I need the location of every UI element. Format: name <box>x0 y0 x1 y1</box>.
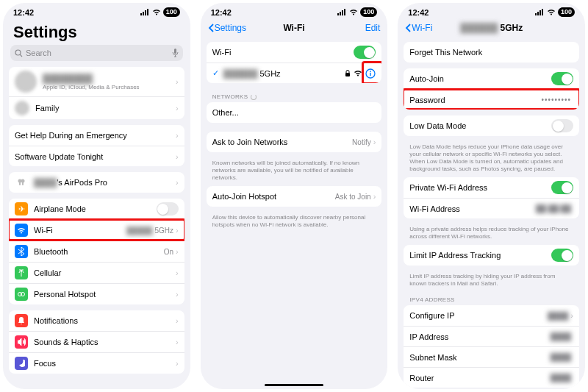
low-data-note: Low Data Mode helps reduce your iPhone d… <box>404 142 579 177</box>
svg-rect-18 <box>344 9 345 15</box>
bluetooth-icon <box>18 247 24 256</box>
status-bar: 12:42 100 <box>201 3 388 18</box>
wifi-status-icon <box>547 9 556 15</box>
chevron-right-icon: › <box>176 316 179 325</box>
status-bar: 12:42 100 <box>398 3 585 18</box>
svg-rect-1 <box>143 12 144 15</box>
auto-join-hotspot-row[interactable]: Auto-Join Hotspot Ask to Join › <box>207 186 382 207</box>
chevron-right-icon: › <box>570 311 573 320</box>
mic-icon[interactable] <box>172 49 179 57</box>
cellular-row[interactable]: Cellular › <box>9 262 184 283</box>
password-row[interactable]: Password ••••••••• <box>404 89 579 110</box>
private-wifi-toggle[interactable] <box>551 181 573 194</box>
checkmark-icon: ✓ <box>212 68 219 78</box>
signal-icon <box>535 9 545 15</box>
subnet-mask-row[interactable]: Subnet Mask ████ <box>404 346 579 367</box>
search-placeholder: Search <box>26 49 51 57</box>
family-row[interactable]: Family › <box>9 96 184 119</box>
focus-row[interactable]: Focus › <box>9 352 184 374</box>
wifi-master-row[interactable]: Wi-Fi <box>207 42 382 63</box>
status-time: 12:42 <box>408 8 429 17</box>
wifi-icon <box>17 227 26 234</box>
svg-rect-17 <box>342 10 343 15</box>
search-icon <box>15 49 23 57</box>
limit-ip-toggle[interactable] <box>551 249 573 262</box>
bell-icon <box>18 317 25 325</box>
lock-icon <box>345 70 351 77</box>
info-icon[interactable] <box>365 68 376 79</box>
chevron-right-icon: › <box>176 226 179 235</box>
battery-icon: 100 <box>360 7 377 17</box>
chevron-right-icon: › <box>176 359 179 368</box>
apple-id-row[interactable]: ████████ Apple ID, iCloud, Media & Purch… <box>9 67 184 96</box>
chevron-right-icon: › <box>176 104 179 113</box>
svg-line-5 <box>20 54 22 57</box>
ip-address-row[interactable]: IP Address ████ <box>404 326 579 346</box>
hotspot-icon <box>17 291 26 297</box>
svg-rect-19 <box>345 73 350 76</box>
sounds-row[interactable]: Sounds & Haptics › <box>9 331 184 352</box>
notifications-row[interactable]: Notifications › <box>9 310 184 331</box>
airplane-mode-row[interactable]: ✈︎ Airplane Mode <box>9 199 184 219</box>
cellular-icon <box>17 269 26 277</box>
bluetooth-row[interactable]: Bluetooth On › <box>9 240 184 262</box>
home-indicator[interactable] <box>265 384 323 386</box>
signal-icon <box>140 9 150 15</box>
wifi-address-row[interactable]: Wi-Fi Address ██:██:██ <box>404 198 579 218</box>
speaker-icon <box>18 338 26 346</box>
wifi-list-screen: 12:42 100 Settings Wi-Fi Edit Wi-Fi ✓ ██… <box>201 3 388 389</box>
ask-to-join-row[interactable]: Ask to Join Networks Notify › <box>207 132 382 152</box>
private-wifi-row[interactable]: Private Wi-Fi Address <box>404 177 579 198</box>
chevron-right-icon: › <box>176 247 179 256</box>
back-button[interactable]: Settings <box>208 23 246 33</box>
low-data-mode-row[interactable]: Low Data Mode <box>404 115 579 136</box>
chevron-right-icon: › <box>176 338 179 346</box>
chevron-right-icon: › <box>176 77 179 86</box>
page-title: Settings <box>9 18 184 45</box>
other-network-row[interactable]: Other... <box>207 102 382 123</box>
avatar <box>15 71 37 93</box>
forget-network-row[interactable]: Forget This Network <box>404 42 579 63</box>
airplane-toggle[interactable] <box>157 202 179 215</box>
svg-rect-3 <box>147 9 148 15</box>
airpods-row[interactable]: ████'s AirPods Pro › <box>9 172 184 193</box>
wifi-row[interactable]: Wi-Fi █████ 5GHz › <box>9 219 184 240</box>
svg-rect-6 <box>174 49 176 54</box>
wifi-status-icon <box>152 9 161 15</box>
limit-ip-row[interactable]: Limit IP Address Tracking <box>404 245 579 266</box>
svg-rect-24 <box>537 12 539 15</box>
chevron-right-icon: › <box>176 268 179 277</box>
svg-rect-22 <box>370 72 371 76</box>
svg-rect-23 <box>535 13 537 15</box>
configure-ip-row[interactable]: Configure IP ████ › <box>404 305 579 326</box>
chevron-left-icon <box>405 24 411 32</box>
auto-join-toggle[interactable] <box>551 72 573 85</box>
back-button[interactable]: Wi-Fi <box>405 23 432 33</box>
network-details-screen: 12:42 100 Wi-Fi ██████ 5GHz Forget This … <box>398 3 585 389</box>
ipv4-header: IPV4 Address <box>404 292 579 305</box>
svg-rect-8 <box>19 181 21 185</box>
auto-join-row[interactable]: Auto-Join <box>404 68 579 89</box>
software-update-row[interactable]: Software Update Tonight › <box>9 146 184 166</box>
settings-screen: 12:42 100 Settings Search ████████ Apple… <box>3 3 190 389</box>
svg-rect-26 <box>542 9 543 15</box>
spinner-icon <box>251 94 257 100</box>
router-row[interactable]: Router ████ <box>404 367 579 388</box>
low-data-toggle[interactable] <box>551 119 573 132</box>
emergency-help-row[interactable]: Get Help During an Emergency › <box>9 125 184 146</box>
moon-icon <box>18 360 25 367</box>
wifi-icon <box>354 70 362 76</box>
chevron-right-icon: › <box>176 152 179 161</box>
search-input[interactable]: Search <box>10 45 183 61</box>
airplane-icon: ✈︎ <box>15 202 28 215</box>
signal-icon <box>337 9 347 15</box>
apple-id-subtitle: Apple ID, iCloud, Media & Purchases <box>43 84 176 90</box>
svg-rect-2 <box>145 10 146 15</box>
hotspot-row[interactable]: Personal Hotspot › <box>9 283 184 304</box>
connected-network-row[interactable]: ✓ ██████ 5GHz <box>207 63 382 83</box>
svg-point-4 <box>15 50 21 55</box>
chevron-right-icon: › <box>176 131 179 140</box>
wifi-toggle[interactable] <box>354 46 376 59</box>
edit-button[interactable]: Edit <box>365 23 381 33</box>
svg-rect-25 <box>539 10 541 15</box>
